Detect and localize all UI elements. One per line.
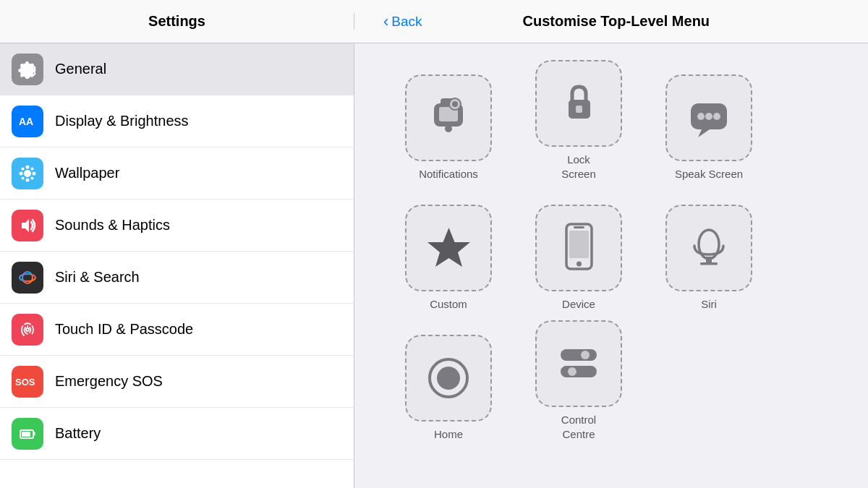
- svg-point-12: [31, 176, 34, 179]
- svg-point-30: [705, 113, 712, 120]
- svg-text:AA: AA: [19, 116, 33, 127]
- sidebar-item-sos[interactable]: SOS Emergency SOS: [0, 356, 354, 408]
- grid-item-siri[interactable]: Siri: [658, 195, 760, 311]
- sidebar-item-sounds[interactable]: Sounds & Haptics: [0, 200, 354, 252]
- siri-label: Siri & Search: [55, 269, 140, 286]
- sidebar-item-general[interactable]: General: [0, 43, 354, 95]
- svg-point-5: [26, 165, 30, 168]
- display-icon: AA: [12, 106, 43, 137]
- svg-point-7: [20, 171, 23, 175]
- siri-icon-box: [665, 205, 752, 291]
- custom-label: Custom: [430, 297, 467, 312]
- right-panel: Notifications Lock Screen: [354, 43, 868, 488]
- grid-item-control-centre[interactable]: Control Centre: [528, 325, 629, 441]
- speak-screen-label: Speak Screen: [675, 167, 743, 181]
- svg-rect-43: [561, 366, 597, 377]
- svg-point-4: [24, 170, 31, 177]
- svg-point-22: [445, 125, 452, 132]
- sos-label: Emergency SOS: [55, 373, 163, 390]
- general-icon: [12, 53, 43, 85]
- svg-point-6: [26, 178, 30, 181]
- wallpaper-icon: [12, 158, 43, 189]
- notifications-icon-box: [405, 74, 492, 161]
- display-label: Display & Brightness: [55, 113, 189, 129]
- control-centre-icon-box: [535, 320, 622, 407]
- svg-rect-36: [569, 231, 589, 258]
- svg-point-2: [27, 68, 29, 70]
- svg-rect-42: [561, 349, 597, 361]
- svg-point-44: [581, 351, 590, 359]
- sidebar-item-wallpaper[interactable]: Wallpaper: [0, 147, 354, 200]
- svg-rect-39: [700, 262, 718, 265]
- sidebar-item-touchid[interactable]: Touch ID & Passcode: [0, 304, 354, 356]
- control-centre-label: Control Centre: [561, 413, 596, 441]
- home-icon-box: [405, 335, 492, 421]
- icon-grid: Notifications Lock Screen: [383, 65, 839, 441]
- svg-rect-34: [574, 226, 584, 228]
- grid-item-custom[interactable]: Custom: [398, 195, 499, 311]
- sos-icon: SOS: [12, 366, 43, 398]
- svg-point-35: [576, 262, 582, 267]
- siri-icon: [12, 262, 43, 294]
- svg-text:SOS: SOS: [15, 377, 35, 388]
- siri-label: Siri: [701, 297, 717, 312]
- grid-item-device[interactable]: Device: [528, 195, 629, 311]
- settings-title: Settings: [148, 13, 205, 30]
- lock-screen-label: Lock Screen: [561, 153, 596, 181]
- customize-header: ‹ Back Customise Top-Level Menu: [354, 12, 868, 31]
- svg-point-41: [437, 367, 460, 390]
- back-button[interactable]: ‹ Back: [383, 12, 422, 31]
- touchid-icon: [12, 314, 43, 346]
- notifications-label: Notifications: [419, 167, 478, 181]
- svg-point-9: [22, 167, 25, 170]
- svg-point-31: [713, 113, 720, 120]
- svg-marker-32: [427, 228, 470, 267]
- sidebar-item-display[interactable]: AA Display & Brightness: [0, 95, 354, 147]
- svg-point-10: [31, 167, 34, 170]
- main-content: General AA Display & Brightness: [0, 43, 868, 488]
- svg-point-25: [452, 101, 458, 107]
- battery-icon: [12, 418, 43, 450]
- sidebar-item-siri[interactable]: Siri & Search: [0, 252, 354, 304]
- home-label: Home: [434, 427, 463, 442]
- svg-rect-18: [33, 432, 35, 435]
- sounds-label: Sounds & Haptics: [55, 217, 170, 234]
- device-icon-box: [535, 205, 622, 291]
- sidebar-item-battery[interactable]: Battery: [0, 408, 354, 460]
- device-label: Device: [562, 297, 595, 312]
- lock-screen-icon-box: [535, 60, 622, 147]
- speak-screen-icon-box: [665, 74, 752, 161]
- touchid-label: Touch ID & Passcode: [55, 321, 193, 338]
- svg-rect-27: [576, 106, 582, 113]
- svg-point-29: [697, 113, 705, 120]
- back-label: Back: [391, 14, 422, 30]
- battery-label: Battery: [55, 425, 101, 442]
- svg-point-8: [33, 171, 36, 175]
- svg-point-11: [22, 176, 25, 179]
- grid-item-lock-screen[interactable]: Lock Screen: [528, 65, 629, 181]
- top-bar: Settings ‹ Back Customise Top-Level Menu: [0, 0, 868, 43]
- settings-header: Settings: [0, 13, 354, 30]
- custom-icon-box: [405, 205, 492, 291]
- general-label: General: [55, 61, 106, 77]
- wallpaper-label: Wallpaper: [55, 165, 119, 181]
- svg-rect-19: [22, 432, 30, 437]
- grid-item-notifications[interactable]: Notifications: [398, 65, 499, 181]
- svg-point-45: [568, 367, 576, 376]
- sounds-icon: [12, 210, 43, 241]
- customize-title: Customise Top-Level Menu: [422, 13, 868, 30]
- grid-item-speak-screen[interactable]: Speak Screen: [658, 65, 760, 181]
- grid-item-home[interactable]: Home: [398, 325, 499, 441]
- back-chevron-icon: ‹: [383, 12, 388, 31]
- sidebar: General AA Display & Brightness: [0, 43, 354, 488]
